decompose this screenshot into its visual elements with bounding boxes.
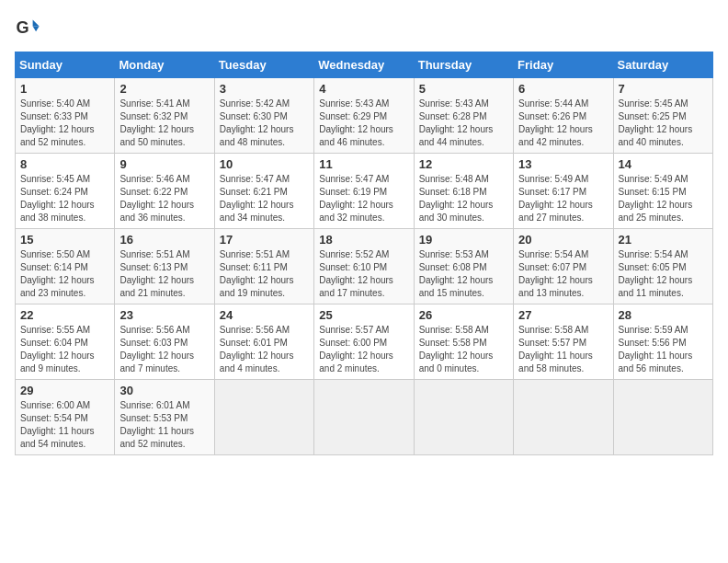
- day-info: Sunrise: 5:49 AMSunset: 6:15 PMDaylight:…: [619, 174, 693, 223]
- calendar-cell: 1 Sunrise: 5:40 AMSunset: 6:33 PMDayligh…: [16, 78, 115, 154]
- day-info: Sunrise: 6:01 AMSunset: 5:53 PMDaylight:…: [119, 400, 194, 449]
- day-info: Sunrise: 5:47 AMSunset: 6:21 PMDaylight:…: [220, 174, 294, 223]
- day-info: Sunrise: 5:56 AMSunset: 6:01 PMDaylight:…: [220, 325, 294, 373]
- day-info: Sunrise: 5:50 AMSunset: 6:14 PMDaylight:…: [20, 249, 95, 298]
- calendar-cell: [613, 380, 712, 455]
- calendar-cell: 20 Sunrise: 5:54 AMSunset: 6:07 PMDaylig…: [514, 229, 613, 304]
- weekday-header-wednesday: Wednesday: [314, 52, 414, 78]
- svg-marker-2: [33, 27, 40, 32]
- calendar-cell: 19 Sunrise: 5:53 AMSunset: 6:08 PMDaylig…: [414, 229, 513, 304]
- day-info: Sunrise: 5:45 AMSunset: 6:24 PMDaylight:…: [20, 174, 95, 223]
- calendar-cell: 10 Sunrise: 5:47 AMSunset: 6:21 PMDaylig…: [214, 154, 313, 229]
- calendar-cell: 4 Sunrise: 5:43 AMSunset: 6:29 PMDayligh…: [314, 78, 414, 154]
- day-number: 5: [419, 82, 508, 96]
- day-info: Sunrise: 5:56 AMSunset: 6:03 PMDaylight:…: [119, 325, 194, 373]
- calendar-cell: 18 Sunrise: 5:52 AMSunset: 6:10 PMDaylig…: [314, 229, 414, 304]
- day-number: 10: [220, 157, 309, 171]
- calendar-cell: 28 Sunrise: 5:59 AMSunset: 5:56 PMDaylig…: [613, 304, 712, 380]
- header: G: [15, 15, 713, 40]
- day-info: Sunrise: 5:52 AMSunset: 6:10 PMDaylight:…: [319, 249, 393, 298]
- day-info: Sunrise: 5:46 AMSunset: 6:22 PMDaylight:…: [119, 174, 194, 223]
- day-info: Sunrise: 5:51 AMSunset: 6:13 PMDaylight:…: [119, 249, 194, 298]
- svg-text:G: G: [16, 18, 28, 37]
- day-number: 6: [518, 82, 608, 96]
- logo: G: [15, 15, 44, 40]
- weekday-header-monday: Monday: [115, 52, 214, 78]
- day-number: 4: [319, 82, 408, 96]
- day-info: Sunrise: 5:51 AMSunset: 6:11 PMDaylight:…: [220, 249, 294, 298]
- day-number: 11: [319, 157, 408, 171]
- day-number: 18: [319, 233, 408, 247]
- calendar-cell: 21 Sunrise: 5:54 AMSunset: 6:05 PMDaylig…: [613, 229, 712, 304]
- calendar-cell: 16 Sunrise: 5:51 AMSunset: 6:13 PMDaylig…: [115, 229, 214, 304]
- calendar-cell: 5 Sunrise: 5:43 AMSunset: 6:28 PMDayligh…: [414, 78, 513, 154]
- calendar-cell: 2 Sunrise: 5:41 AMSunset: 6:32 PMDayligh…: [115, 78, 214, 154]
- day-info: Sunrise: 5:49 AMSunset: 6:17 PMDaylight:…: [518, 174, 593, 223]
- calendar-cell: 14 Sunrise: 5:49 AMSunset: 6:15 PMDaylig…: [613, 154, 712, 229]
- day-info: Sunrise: 5:44 AMSunset: 6:26 PMDaylight:…: [518, 98, 593, 147]
- day-number: 9: [119, 157, 209, 171]
- day-info: Sunrise: 5:42 AMSunset: 6:30 PMDaylight:…: [220, 98, 294, 147]
- day-number: 29: [20, 384, 109, 397]
- day-number: 28: [619, 308, 708, 322]
- day-info: Sunrise: 5:47 AMSunset: 6:19 PMDaylight:…: [319, 174, 393, 223]
- calendar-cell: 22 Sunrise: 5:55 AMSunset: 6:04 PMDaylig…: [16, 304, 115, 380]
- calendar-cell: 17 Sunrise: 5:51 AMSunset: 6:11 PMDaylig…: [214, 229, 313, 304]
- weekday-header-saturday: Saturday: [613, 52, 712, 78]
- calendar-cell: 3 Sunrise: 5:42 AMSunset: 6:30 PMDayligh…: [214, 78, 313, 154]
- calendar-row: 1 Sunrise: 5:40 AMSunset: 6:33 PMDayligh…: [16, 78, 713, 154]
- calendar-row: 15 Sunrise: 5:50 AMSunset: 6:14 PMDaylig…: [16, 229, 713, 304]
- day-number: 7: [619, 82, 708, 96]
- weekday-header-friday: Friday: [514, 52, 613, 78]
- day-info: Sunrise: 5:53 AMSunset: 6:08 PMDaylight:…: [419, 249, 494, 298]
- weekday-header-tuesday: Tuesday: [214, 52, 313, 78]
- calendar-row: 8 Sunrise: 5:45 AMSunset: 6:24 PMDayligh…: [16, 154, 713, 229]
- calendar-table: SundayMondayTuesdayWednesdayThursdayFrid…: [15, 52, 713, 455]
- day-number: 22: [20, 308, 109, 322]
- calendar-cell: [414, 380, 513, 455]
- calendar-cell: [514, 380, 613, 455]
- calendar-cell: 13 Sunrise: 5:49 AMSunset: 6:17 PMDaylig…: [514, 154, 613, 229]
- day-info: Sunrise: 5:40 AMSunset: 6:33 PMDaylight:…: [20, 98, 95, 147]
- calendar-cell: [214, 380, 313, 455]
- day-info: Sunrise: 5:58 AMSunset: 5:57 PMDaylight:…: [518, 325, 593, 373]
- calendar-cell: 26 Sunrise: 5:58 AMSunset: 5:58 PMDaylig…: [414, 304, 513, 380]
- svg-marker-1: [33, 20, 40, 27]
- day-number: 2: [119, 82, 209, 96]
- day-number: 16: [119, 233, 209, 247]
- calendar-cell: 23 Sunrise: 5:56 AMSunset: 6:03 PMDaylig…: [115, 304, 214, 380]
- day-info: Sunrise: 5:58 AMSunset: 5:58 PMDaylight:…: [419, 325, 494, 373]
- day-number: 19: [419, 233, 508, 247]
- calendar-cell: [314, 380, 414, 455]
- day-info: Sunrise: 6:00 AMSunset: 5:54 PMDaylight:…: [20, 400, 95, 449]
- calendar-cell: 11 Sunrise: 5:47 AMSunset: 6:19 PMDaylig…: [314, 154, 414, 229]
- day-info: Sunrise: 5:54 AMSunset: 6:05 PMDaylight:…: [619, 249, 693, 298]
- calendar-cell: 15 Sunrise: 5:50 AMSunset: 6:14 PMDaylig…: [16, 229, 115, 304]
- calendar-cell: 12 Sunrise: 5:48 AMSunset: 6:18 PMDaylig…: [414, 154, 513, 229]
- day-number: 13: [518, 157, 608, 171]
- day-info: Sunrise: 5:59 AMSunset: 5:56 PMDaylight:…: [619, 325, 693, 373]
- day-number: 30: [119, 384, 209, 397]
- day-number: 1: [20, 82, 109, 96]
- day-info: Sunrise: 5:45 AMSunset: 6:25 PMDaylight:…: [619, 98, 693, 147]
- day-info: Sunrise: 5:48 AMSunset: 6:18 PMDaylight:…: [419, 174, 494, 223]
- calendar-cell: 8 Sunrise: 5:45 AMSunset: 6:24 PMDayligh…: [16, 154, 115, 229]
- day-number: 12: [419, 157, 508, 171]
- day-number: 14: [619, 157, 708, 171]
- logo-icon: G: [15, 15, 40, 40]
- calendar-cell: 30 Sunrise: 6:01 AMSunset: 5:53 PMDaylig…: [115, 380, 214, 455]
- day-number: 17: [220, 233, 309, 247]
- day-info: Sunrise: 5:43 AMSunset: 6:29 PMDaylight:…: [319, 98, 393, 147]
- day-info: Sunrise: 5:55 AMSunset: 6:04 PMDaylight:…: [20, 325, 95, 373]
- day-number: 8: [20, 157, 109, 171]
- calendar-row: 29 Sunrise: 6:00 AMSunset: 5:54 PMDaylig…: [16, 380, 713, 455]
- day-info: Sunrise: 5:43 AMSunset: 6:28 PMDaylight:…: [419, 98, 494, 147]
- day-number: 23: [119, 308, 209, 322]
- day-info: Sunrise: 5:41 AMSunset: 6:32 PMDaylight:…: [119, 98, 194, 147]
- calendar-cell: 27 Sunrise: 5:58 AMSunset: 5:57 PMDaylig…: [514, 304, 613, 380]
- calendar-cell: 9 Sunrise: 5:46 AMSunset: 6:22 PMDayligh…: [115, 154, 214, 229]
- calendar-cell: 25 Sunrise: 5:57 AMSunset: 6:00 PMDaylig…: [314, 304, 414, 380]
- calendar-row: 22 Sunrise: 5:55 AMSunset: 6:04 PMDaylig…: [16, 304, 713, 380]
- day-number: 27: [518, 308, 608, 322]
- calendar-cell: 29 Sunrise: 6:00 AMSunset: 5:54 PMDaylig…: [16, 380, 115, 455]
